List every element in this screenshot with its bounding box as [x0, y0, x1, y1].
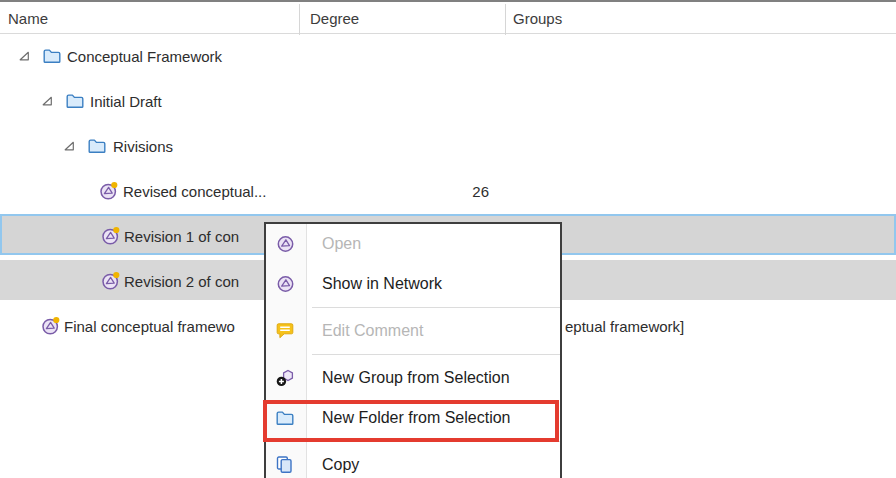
node-icon	[276, 275, 295, 294]
menu-item-label: Show in Network	[322, 275, 442, 293]
copy-icon	[276, 456, 293, 474]
annotation-red-rectangle	[263, 400, 559, 442]
column-divider[interactable]	[299, 4, 300, 35]
column-header-groups[interactable]: Groups	[513, 9, 562, 26]
menu-item-label: Open	[322, 235, 361, 253]
tree-row-initial-draft[interactable]: Initial Draft	[0, 78, 896, 123]
tree-row-revised-conceptual[interactable]: Revised conceptual... 26	[0, 168, 896, 213]
tree-item-label: Initial Draft	[90, 92, 162, 109]
tree-item-label: Revised conceptual...	[123, 182, 266, 199]
menu-item-new-group-from-selection[interactable]: New Group from Selection	[266, 358, 560, 398]
tree-item-label: Conceptual Framework	[67, 47, 222, 64]
folder-icon	[66, 93, 84, 108]
tree-item-label: Revision 1 of con	[124, 227, 239, 244]
network-node-icon	[101, 226, 121, 246]
node-table-panel: Name Degree Groups Conceptual Framework …	[0, 0, 896, 478]
network-node-icon	[41, 316, 61, 336]
menu-separator	[312, 354, 560, 355]
column-header-name[interactable]: Name	[8, 9, 48, 26]
network-node-icon	[99, 181, 119, 201]
folder-icon	[43, 48, 61, 63]
table-header: Name Degree Groups	[0, 2, 896, 34]
menu-item-open: Open	[266, 224, 560, 264]
folder-icon	[88, 138, 106, 153]
column-header-degree[interactable]: Degree	[310, 9, 359, 26]
menu-item-edit-comment: Edit Comment	[266, 311, 560, 351]
menu-item-copy[interactable]: Copy	[266, 445, 560, 478]
menu-item-label: Copy	[322, 456, 359, 474]
tree-item-label: Rivisions	[113, 137, 173, 154]
tree-row-rivisions[interactable]: Rivisions	[0, 123, 896, 168]
menu-item-label: Edit Comment	[322, 322, 423, 340]
menu-item-label: New Group from Selection	[322, 369, 510, 387]
menu-item-show-in-network[interactable]: Show in Network	[266, 264, 560, 304]
node-icon	[276, 235, 295, 254]
column-divider[interactable]	[505, 4, 506, 35]
expand-collapse-icon[interactable]	[42, 95, 53, 106]
network-node-icon	[101, 271, 121, 291]
menu-separator	[312, 307, 560, 308]
expand-collapse-icon[interactable]	[64, 140, 75, 151]
degree-value: 26	[299, 182, 497, 199]
comment-icon	[276, 323, 294, 340]
groups-value-partial: eptual framework]	[565, 317, 684, 334]
tree-row-conceptual-framework[interactable]: Conceptual Framework	[0, 33, 896, 78]
tree-item-label: Final conceptual framewo	[64, 317, 235, 334]
expand-collapse-icon[interactable]	[19, 50, 30, 61]
new-group-icon	[276, 369, 295, 387]
tree-item-label: Revision 2 of con	[124, 272, 239, 289]
